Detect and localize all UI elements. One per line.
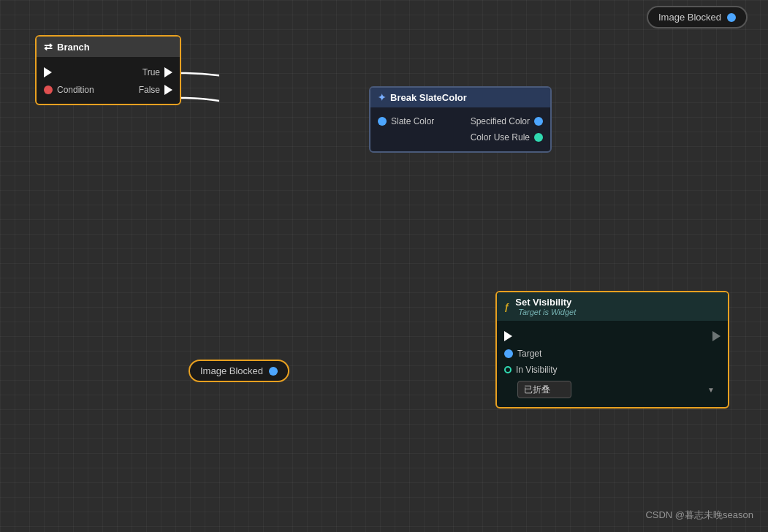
specified-color-out-pin[interactable]	[534, 117, 543, 126]
in-visibility-pin[interactable]	[504, 366, 512, 373]
set-visibility-exec-out-pin[interactable]	[712, 331, 721, 341]
branch-false-out: False	[139, 85, 172, 95]
node-image-blocked-bottom: Image Blocked	[189, 360, 289, 382]
watermark-text: CSDN @暮志未晚season	[645, 509, 753, 520]
image-blocked-bottom-pin[interactable]	[269, 367, 278, 376]
set-visibility-body: Target In Visibility 已折叠 ▼	[497, 321, 728, 407]
branch-title: Branch	[57, 42, 90, 53]
branch-header: ⇄ Branch	[37, 37, 180, 57]
target-in-pin[interactable]	[504, 349, 513, 358]
branch-condition-label: Condition	[57, 85, 94, 95]
branch-icon: ⇄	[44, 41, 53, 53]
node-break-slate-color: ✦ Break SlateColor Slate Color Specified…	[369, 86, 552, 153]
slate-use-rule-row: Color Use Rule	[370, 129, 550, 145]
node-set-visibility: ƒ Set Visibility Target is Widget Target…	[495, 291, 729, 408]
slate-icon: ✦	[378, 92, 386, 103]
color-use-rule-label: Color Use Rule	[471, 132, 530, 142]
visibility-dropdown[interactable]: 已折叠	[517, 381, 571, 398]
branch-exec-in-pin[interactable]	[44, 67, 52, 77]
dropdown-arrow-icon: ▼	[707, 386, 715, 394]
target-label: Target	[517, 349, 541, 359]
set-visibility-target-row: Target	[497, 346, 728, 362]
slate-color-row: Slate Color Specified Color	[370, 113, 550, 129]
branch-condition-pin[interactable]	[44, 86, 53, 94]
node-image-blocked-top: Image Blocked	[647, 6, 748, 28]
slate-specified-color: Specified Color	[471, 116, 543, 126]
slate-color-label: Slate Color	[391, 116, 434, 126]
image-blocked-bottom-label: Image Blocked	[200, 365, 263, 376]
visibility-dropdown-row: 已折叠 ▼	[497, 378, 728, 401]
slate-color-in-pin[interactable]	[378, 117, 387, 126]
slate-title: Break SlateColor	[390, 92, 467, 103]
specified-color-label: Specified Color	[471, 116, 530, 126]
target-left: Target	[504, 349, 541, 359]
set-visibility-subtitle: Target is Widget	[518, 308, 576, 316]
set-visibility-exec-row	[497, 327, 728, 346]
set-visibility-icon: ƒ	[504, 301, 509, 312]
branch-body: True Condition False	[37, 57, 180, 104]
slate-body: Slate Color Specified Color Color Use Ru…	[370, 107, 550, 151]
image-blocked-top-label: Image Blocked	[658, 12, 721, 23]
branch-false-pin[interactable]	[164, 85, 172, 95]
visibility-dropdown-wrapper: 已折叠 ▼	[517, 381, 721, 398]
branch-condition-row: Condition	[44, 85, 94, 95]
set-visibility-title: Set Visibility	[515, 297, 576, 308]
image-blocked-top-pin[interactable]	[727, 13, 736, 22]
slate-color-left: Slate Color	[378, 116, 434, 126]
node-branch: ⇄ Branch True Condition False	[35, 35, 181, 105]
color-use-rule-row: Color Use Rule	[471, 132, 543, 142]
in-visibility-label: In Visibility	[516, 365, 557, 375]
set-visibility-exec-in-pin[interactable]	[504, 331, 512, 341]
branch-false-label: False	[139, 85, 160, 95]
branch-true-label: True	[142, 67, 160, 77]
in-visibility-left: In Visibility	[504, 365, 557, 375]
branch-exec-row: True	[37, 63, 180, 82]
set-visibility-header: ƒ Set Visibility Target is Widget	[497, 292, 728, 321]
branch-true-pin[interactable]	[164, 67, 172, 77]
slate-header: ✦ Break SlateColor	[370, 88, 550, 107]
in-visibility-label-row: In Visibility	[497, 362, 728, 378]
watermark: CSDN @暮志未晚season	[645, 509, 753, 522]
color-use-rule-pin[interactable]	[534, 133, 543, 142]
branch-false-row: Condition False	[37, 82, 180, 98]
